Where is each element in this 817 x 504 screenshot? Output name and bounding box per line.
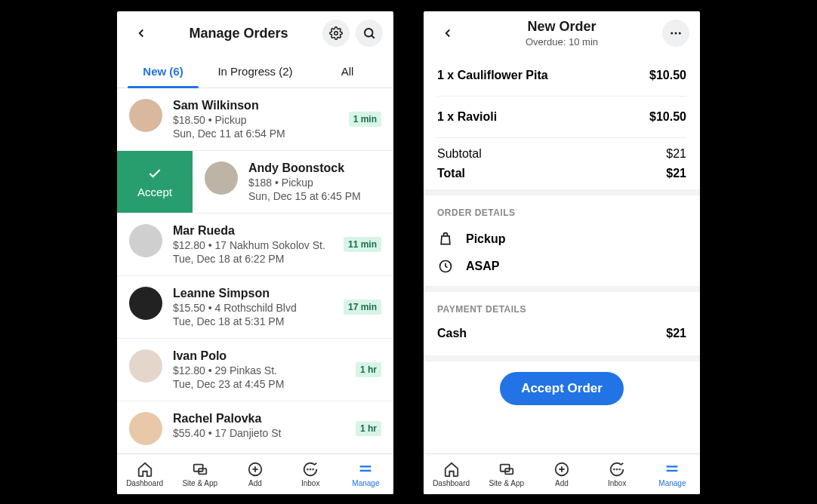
svg-line-2 <box>372 35 374 38</box>
page-title: Manage Orders <box>155 26 322 41</box>
timing-value: ASAP <box>466 260 499 273</box>
chevron-left-icon <box>134 26 148 40</box>
bottom-nav: DashboardSite & AppAddInboxManage <box>424 453 700 494</box>
order-row[interactable]: AcceptAndy Boonstock$188 • PickupSun, De… <box>193 151 393 214</box>
order-meta: $12.80 • 17 Nakhum Sokolov St. <box>173 239 338 251</box>
order-row[interactable]: Sam Wilkinson$18.50 • PickupSun, Dec 11 … <box>117 88 393 151</box>
search-icon <box>362 26 376 40</box>
time-badge: 1 hr <box>356 362 381 377</box>
svg-point-10 <box>313 469 313 470</box>
order-date: Sun, Dec 15 at 6:45 PM <box>248 190 381 202</box>
search-button[interactable] <box>356 20 383 47</box>
nav-label: Site & App <box>182 479 217 487</box>
svg-point-15 <box>679 32 681 35</box>
nav-label: Add <box>555 479 569 487</box>
nav-add[interactable]: Add <box>227 454 282 494</box>
payment-method: Cash <box>437 327 467 340</box>
home-icon <box>443 461 460 478</box>
total-price: $21 <box>666 167 686 180</box>
total-row: Total $21 <box>437 164 686 189</box>
nav-inbox[interactable]: Inbox <box>283 454 338 494</box>
order-meta: $18.50 • Pickup <box>173 114 343 126</box>
order-meta: $188 • Pickup <box>248 177 381 189</box>
nav-site-app[interactable]: Site & App <box>172 454 227 494</box>
line-items: 1 x Cauliflower Pita$10.501 x Ravioli$10… <box>424 55 700 138</box>
nav-manage[interactable]: Manage <box>338 454 393 494</box>
nav-inbox[interactable]: Inbox <box>590 454 645 494</box>
order-row[interactable]: Ivan Polo$12.80 • 29 Pinkas St.Tue, Dec … <box>117 339 393 401</box>
nav-label: Manage <box>658 479 686 487</box>
customer-name: Ivan Polo <box>173 349 350 363</box>
item-price: $10.50 <box>649 69 686 82</box>
header: Manage Orders <box>117 11 393 55</box>
order-meta: $12.80 • 29 Pinkas St. <box>173 364 350 376</box>
order-row[interactable]: Leanne Simpson$15.50 • 4 Rothschild Blvd… <box>117 276 393 339</box>
back-button[interactable] <box>434 20 461 47</box>
tab-all[interactable]: All <box>301 55 393 88</box>
nav-manage[interactable]: Manage <box>645 454 700 494</box>
phone-order-detail: New Order Overdue: 10 min 1 x Cauliflowe… <box>424 11 700 494</box>
order-meta: $55.40 • 17 Danjieto St <box>173 427 350 439</box>
order-list: Sam Wilkinson$18.50 • PickupSun, Dec 11 … <box>117 88 393 453</box>
accept-order-button[interactable]: Accept Order <box>500 372 624 405</box>
svg-point-22 <box>614 469 615 470</box>
svg-point-0 <box>335 32 338 35</box>
nav-dashboard[interactable]: Dashboard <box>424 454 479 494</box>
menu-icon <box>357 461 374 478</box>
inbox-icon <box>302 461 319 478</box>
nav-dashboard[interactable]: Dashboard <box>117 454 172 494</box>
clock-icon <box>438 259 453 274</box>
nav-label: Manage <box>352 479 379 487</box>
accept-swipe[interactable]: Accept <box>117 151 193 213</box>
phone-manage-orders: Manage Orders New (6)In Progress (2)All … <box>117 11 393 494</box>
item-label: 1 x Cauliflower Pita <box>437 69 548 82</box>
tab-in-progress-[interactable]: In Progress (2) <box>209 55 301 88</box>
add-icon <box>247 461 264 478</box>
svg-point-23 <box>617 469 618 470</box>
gear-icon <box>329 26 343 40</box>
customer-name: Sam Wilkinson <box>173 99 343 112</box>
nav-label: Site & App <box>489 479 524 487</box>
avatar <box>129 224 162 257</box>
more-horizontal-icon <box>669 26 683 40</box>
nav-add[interactable]: Add <box>534 454 589 494</box>
order-row[interactable]: Rachel Palovka$55.40 • 17 Danjieto St1 h… <box>117 401 393 453</box>
nav-label: Dashboard <box>126 479 163 487</box>
order-row[interactable]: Mar Rueda$12.80 • 17 Nakhum Sokolov St.T… <box>117 214 393 276</box>
more-button[interactable] <box>662 20 689 47</box>
back-button[interactable] <box>128 20 155 47</box>
order-date: Tue, Dec 23 at 4:45 PM <box>173 378 350 390</box>
inbox-icon <box>609 461 625 478</box>
customer-name: Andy Boonstock <box>248 161 381 175</box>
total-label: Total <box>437 167 465 180</box>
svg-point-9 <box>310 469 311 470</box>
fulfillment-row: Pickup <box>424 226 700 253</box>
add-icon <box>553 461 570 478</box>
nav-label: Add <box>248 479 262 487</box>
customer-name: Mar Rueda <box>173 224 338 238</box>
nav-label: Inbox <box>608 479 626 487</box>
separator <box>424 355 700 361</box>
timing-row: ASAP <box>424 253 700 286</box>
bag-icon <box>438 232 453 247</box>
chevron-left-icon <box>441 26 455 40</box>
svg-point-1 <box>365 29 373 37</box>
page-title: New Order <box>461 19 662 35</box>
nav-label: Dashboard <box>433 479 470 487</box>
payment-row: Cash $21 <box>424 322 700 355</box>
payment-details-heading: PAYMENT DETAILS <box>424 292 700 322</box>
tab-new-[interactable]: New (6) <box>117 55 209 88</box>
settings-button[interactable] <box>322 20 350 47</box>
order-date: Sun, Dec 11 at 6:54 PM <box>173 128 343 140</box>
order-date: Tue, Dec 18 at 6:22 PM <box>173 253 338 265</box>
line-item: 1 x Cauliflower Pita$10.50 <box>437 55 686 97</box>
svg-point-14 <box>675 32 677 35</box>
nav-site-app[interactable]: Site & App <box>479 454 534 494</box>
avatar <box>129 287 162 320</box>
item-price: $10.50 <box>649 110 686 124</box>
nav-label: Inbox <box>301 479 319 487</box>
payment-amount: $21 <box>666 327 686 340</box>
subtotal-row: Subtotal $21 <box>437 138 686 164</box>
separator <box>424 189 700 195</box>
header: New Order Overdue: 10 min <box>424 11 700 55</box>
